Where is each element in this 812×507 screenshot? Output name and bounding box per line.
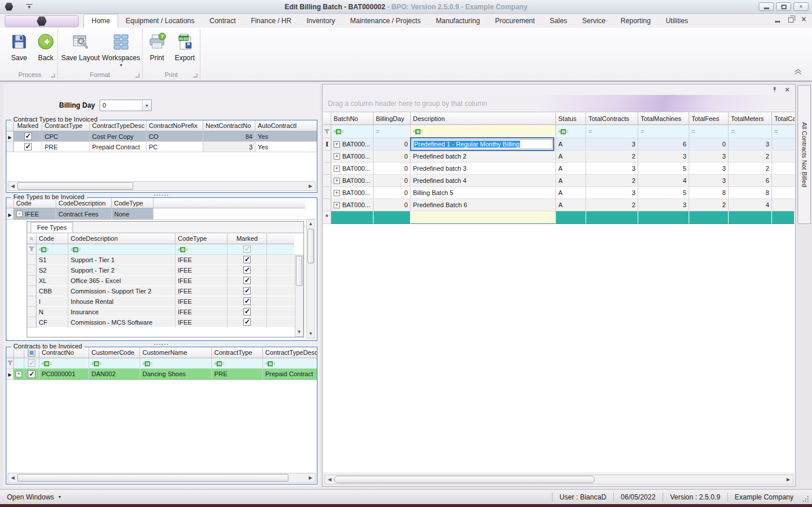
col-header-code[interactable]: Code	[36, 233, 68, 244]
pin-icon[interactable]	[771, 86, 778, 93]
horizontal-scrollbar[interactable]: ◀ ▶	[324, 475, 793, 484]
marked-checkbox[interactable]	[28, 370, 35, 378]
batch-row[interactable]: BAT000... 0 Predefined batch 4 A 2 4 3 6	[323, 175, 795, 187]
col-header-autocontract[interactable]: AutoContractI	[255, 120, 317, 131]
detail-vertical-scrollbar[interactable]: ▼	[295, 255, 303, 337]
maximize-button[interactable]	[776, 2, 791, 11]
batch-row[interactable]: BAT000... 0 Billing Batch 5 A 3 5 8 8	[323, 187, 795, 199]
fee-type-row[interactable]: S2 Support - Tier 2 IFEE	[27, 265, 303, 275]
fee-type-parent-row[interactable]: IFEE Contract Fees None	[6, 208, 305, 220]
scroll-down-icon[interactable]: ▼	[295, 328, 303, 336]
fee-type-row[interactable]: CBB Commission - Support Tier 2 IFEE	[27, 286, 303, 296]
col-header-totalmachines[interactable]: TotalMachines	[638, 112, 689, 125]
marked-checkbox[interactable]	[243, 297, 251, 305]
col-header-batchno[interactable]: BatchNo	[331, 112, 374, 125]
dialog-launcher-icon[interactable]	[136, 74, 140, 78]
batch-row-editing[interactable]: BAT000... 0 Predefined 1 - Regular Month…	[323, 138, 795, 150]
ribbon-tab[interactable]: Sales	[542, 14, 575, 28]
col-header-contracttype[interactable]: ContractType	[212, 347, 263, 358]
horizontal-scrollbar[interactable]: ◀ ▶	[8, 473, 316, 483]
minimize-button[interactable]	[759, 2, 774, 11]
filter-cell-codedescription[interactable]: aBc	[68, 244, 175, 255]
col-header-codetype[interactable]: CodeType	[112, 198, 153, 208]
new-batch-row[interactable]	[323, 211, 795, 224]
collapse-row-icon[interactable]	[16, 211, 23, 217]
col-header-codetype[interactable]: CodeType	[175, 233, 228, 244]
print-button[interactable]: ? Print	[144, 31, 170, 69]
scroll-thumb[interactable]	[334, 476, 595, 483]
ribbon-tab[interactable]: Manufacturing	[429, 14, 488, 28]
filter-cell-customername[interactable]: aBc	[140, 358, 212, 369]
scroll-left-icon[interactable]: ◀	[8, 473, 17, 482]
marked-checkbox[interactable]	[24, 133, 32, 140]
marked-filter-checkbox[interactable]	[28, 359, 35, 367]
application-menu-button[interactable]	[5, 15, 79, 27]
ribbon-tab[interactable]: Utilities	[658, 14, 696, 28]
ribbon-tab[interactable]: Inventory	[299, 14, 342, 28]
open-windows-menu[interactable]: Open Windows	[0, 493, 61, 501]
filter-cell-totalmeters[interactable]: =	[729, 125, 772, 138]
dialog-launcher-icon[interactable]	[193, 74, 197, 78]
filter-cell-status[interactable]: aBc	[556, 125, 586, 138]
col-header-totalcontracts[interactable]: TotalContracts	[586, 112, 638, 125]
scroll-down-icon[interactable]: ▼	[307, 329, 314, 338]
group-by-panel[interactable]: Drag a column header here to group by th…	[323, 95, 795, 112]
ribbon-tab[interactable]: Contract	[202, 14, 243, 28]
scroll-up-icon[interactable]: ▲	[307, 219, 314, 228]
mdi-restore-icon[interactable]	[788, 17, 793, 23]
ribbon-tab[interactable]: Home	[83, 14, 118, 28]
scroll-right-icon[interactable]: ▶	[306, 182, 315, 190]
filter-cell-totalca[interactable]: =	[772, 125, 795, 138]
col-header-contracttypedesc[interactable]: ContractTypeDesc	[263, 347, 317, 358]
col-header-totalmeters[interactable]: TotalMeters	[729, 112, 772, 125]
expand-row-icon[interactable]	[334, 178, 340, 184]
contract-row[interactable]: PC0000001 DAN002 Dancing Shoes PRE Prepa…	[6, 369, 317, 380]
chevron-down-icon[interactable]	[142, 100, 151, 111]
ribbon-tab[interactable]: Reporting	[613, 14, 658, 28]
fee-type-row[interactable]: S1 Support - Tier 1 IFEE	[27, 255, 303, 265]
batch-row[interactable]: BAT000... 0 Predefined Batch 6 A 2 3 2 4	[323, 199, 795, 211]
marked-checkbox[interactable]	[243, 277, 251, 284]
close-button[interactable]: ×	[793, 2, 809, 11]
horizontal-scrollbar[interactable]: ◀ ▶	[8, 181, 316, 191]
search-icon[interactable]	[27, 233, 36, 244]
ribbon-tab[interactable]: Maintenance / Projects	[343, 14, 429, 28]
filter-cell-contracttype[interactable]: aBc	[212, 358, 263, 369]
expand-row-icon[interactable]	[334, 190, 340, 196]
col-header-description[interactable]: Description	[411, 112, 556, 125]
marked-checkbox[interactable]	[243, 266, 251, 274]
filter-cell-contractno[interactable]: aBc	[39, 358, 89, 369]
filter-cell-batchno[interactable]: aBc	[331, 125, 374, 138]
col-header-marked[interactable]: Marked	[228, 233, 267, 244]
mdi-close-icon[interactable]	[802, 16, 806, 23]
expand-row-icon[interactable]	[334, 141, 340, 148]
resize-grip[interactable]	[802, 495, 810, 503]
filter-cell-marked[interactable]	[228, 244, 267, 255]
filter-cell-marked[interactable]	[24, 358, 39, 369]
col-header-billingday[interactable]: BillingDay	[374, 112, 411, 125]
save-layout-button[interactable]: Save Layout	[61, 31, 100, 69]
col-header-customername[interactable]: CustomerName	[140, 347, 212, 358]
fee-type-row[interactable]: XL Office 365 - Excel IFEE	[27, 275, 303, 286]
contract-type-row[interactable]: CPC Cost Per Copy CO 84 Yes	[6, 131, 317, 142]
fee-type-row[interactable]: CF Commission - MCS Software IFEE	[27, 317, 303, 328]
fee-type-row[interactable]: N Insurance IFEE	[27, 307, 303, 317]
marked-checkbox[interactable]	[243, 318, 251, 326]
expand-row-icon[interactable]	[16, 371, 22, 377]
scroll-right-icon[interactable]: ▶	[784, 475, 793, 484]
filter-cell-totalmachines[interactable]: =	[638, 125, 689, 138]
col-header-totalca[interactable]: TotalCa	[772, 112, 795, 125]
scroll-thumb[interactable]	[308, 229, 314, 263]
marked-checkbox[interactable]	[24, 143, 32, 150]
marked-checkbox[interactable]	[243, 287, 251, 295]
filter-cell-billingday[interactable]: =	[374, 125, 411, 138]
filter-cell-description[interactable]: aBc	[411, 125, 556, 138]
filter-cell-totalfees[interactable]: =	[689, 125, 729, 138]
filter-cell-code[interactable]: aBc	[36, 244, 68, 255]
marked-checkbox[interactable]	[243, 308, 251, 315]
scroll-left-icon[interactable]: ◀	[8, 182, 17, 190]
ribbon-tab[interactable]: Finance / HR	[243, 14, 299, 28]
expand-row-icon[interactable]	[334, 166, 340, 172]
fee-type-row[interactable]: I Inhouse Rental IFEE	[27, 296, 303, 307]
filter-cell-totalcontracts[interactable]: =	[586, 125, 638, 138]
